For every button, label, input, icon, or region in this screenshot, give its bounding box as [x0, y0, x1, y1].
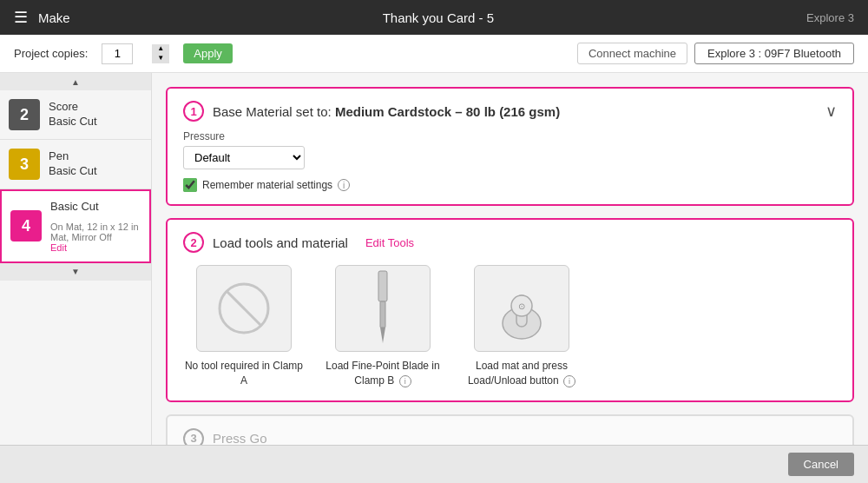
connect-machine-button[interactable]: Connect machine [577, 43, 687, 64]
cancel-button[interactable]: Cancel [788, 453, 854, 476]
sidebar: ▲ 2 ScoreBasic Cut 3 PenBasic Cut 4 [0, 73, 152, 445]
sub-bar-right: Connect machine Explore 3 : 09F7 Bluetoo… [577, 43, 854, 64]
pressure-label: Pressure [183, 130, 837, 142]
sidebar-item-3-label: PenBasic Cut [49, 149, 97, 179]
sidebar-scroll-up[interactable]: ▲ [0, 73, 151, 90]
svg-rect-2 [378, 271, 387, 301]
sidebar-item-4[interactable]: 4 Basic Cut On Mat, 12 in x 12 in Mat, M… [0, 189, 151, 263]
section-2-header: 2 Load tools and material Edit Tools [183, 232, 837, 253]
copies-spinner: ▲ ▼ [152, 44, 169, 63]
right-panel: 1 Base Material set to: Medium Cardstock… [152, 73, 868, 445]
sidebar-item-3[interactable]: 3 PenBasic Cut [0, 140, 151, 189]
sidebar-item-4-mat-info: On Mat, 12 in x 12 in Mat, Mirror Off [50, 222, 139, 242]
section-1-collapse-btn[interactable]: ∨ [825, 102, 837, 121]
remember-row: Remember material settings i [183, 178, 837, 192]
tool-mat-label: Load mat and press Load/Unload button i [461, 359, 582, 388]
tool-b-info-icon[interactable]: i [399, 375, 411, 387]
finger-icon: ⊙ [475, 265, 569, 352]
top-bar: ☰ Make Thank you Card - 5 Explore 3 [0, 0, 868, 35]
sub-bar: Project copies: ▲ ▼ Apply Connect machin… [0, 35, 868, 73]
copies-down-btn[interactable]: ▼ [152, 54, 169, 63]
section-1-card: 1 Base Material set to: Medium Cardstock… [166, 87, 854, 206]
blade-svg [365, 269, 400, 347]
tool-item-a: No tool required in Clamp A [183, 265, 305, 388]
tool-icon-box-a [196, 265, 292, 352]
svg-text:⊙: ⊙ [518, 301, 525, 311]
tool-mat-info-icon[interactable]: i [563, 375, 575, 387]
no-tool-icon [214, 278, 274, 339]
sidebar-item-3-number: 3 [9, 149, 40, 180]
apply-button[interactable]: Apply [183, 43, 233, 63]
copies-input[interactable] [102, 43, 133, 64]
svg-marker-4 [380, 328, 385, 343]
remember-checkbox[interactable] [183, 178, 197, 192]
top-bar-right: Explore 3 [806, 11, 854, 24]
section-2-number: 2 [183, 232, 204, 253]
sidebar-item-2[interactable]: 2 ScoreBasic Cut [0, 90, 151, 140]
sidebar-item-4-label: Basic Cut [50, 200, 141, 215]
top-bar-left: ☰ Make [14, 8, 70, 27]
section-1-header: 1 Base Material set to: Medium Cardstock… [183, 101, 837, 122]
edit-tools-link[interactable]: Edit Tools [365, 236, 414, 249]
section-1-number: 1 [183, 101, 204, 122]
section-3-number: 3 [183, 428, 204, 445]
blade-icon [336, 265, 430, 352]
machine-name-button[interactable]: Explore 3 : 09F7 Bluetooth [694, 43, 854, 64]
pressure-section: Pressure Default More Less [183, 130, 837, 169]
sidebar-item-2-info: ScoreBasic Cut [49, 100, 97, 129]
sidebar-item-2-label: ScoreBasic Cut [49, 100, 97, 129]
section-1-material-name: Medium Cardstock – 80 lb (216 gsm) [335, 104, 560, 119]
pressure-select[interactable]: Default More Less [183, 146, 305, 169]
sidebar-item-4-edit-link[interactable]: Edit [50, 242, 67, 253]
press-go-title: Press Go [213, 431, 267, 445]
sidebar-item-2-number: 2 [9, 99, 40, 130]
explore-label: Explore 3 [806, 11, 854, 24]
make-label: Make [38, 10, 70, 25]
sidebar-item-4-number: 4 [10, 210, 42, 242]
sidebar-scroll-down[interactable]: ▼ [0, 263, 151, 281]
svg-rect-3 [380, 301, 385, 328]
finger-svg: ⊙ [487, 269, 556, 347]
svg-line-1 [227, 291, 261, 326]
section-1-title: Base Material set to: Medium Cardstock –… [213, 104, 560, 119]
bottom-bar: Cancel [0, 445, 868, 483]
section-1-title-prefix: Base Material set to: [213, 104, 332, 119]
section-2-card: 2 Load tools and material Edit Tools No … [166, 218, 854, 402]
page-title: Thank you Card - 5 [70, 10, 806, 25]
section-2-title: Load tools and material [213, 235, 348, 250]
tools-grid: No tool required in Clamp A [183, 265, 837, 388]
remember-label: Remember material settings [202, 179, 332, 191]
sidebar-item-3-info: PenBasic Cut [49, 149, 97, 179]
remember-info-icon[interactable]: i [338, 179, 350, 191]
project-copies-label: Project copies: [14, 47, 88, 60]
copies-up-btn[interactable]: ▲ [152, 44, 169, 54]
tool-a-label: No tool required in Clamp A [183, 359, 305, 388]
tool-b-label: Load Fine-Point Blade in Clamp B i [322, 359, 444, 388]
section-3-card: 3 Press Go Speed automatically set for t… [166, 414, 854, 445]
tool-icon-box-mat: ⊙ [474, 265, 569, 352]
hamburger-icon[interactable]: ☰ [14, 8, 28, 27]
tool-item-b: Load Fine-Point Blade in Clamp B i [322, 265, 444, 388]
tool-icon-box-b [335, 265, 431, 352]
sidebar-item-4-info: Basic Cut On Mat, 12 in x 12 in Mat, Mir… [50, 200, 141, 253]
sidebar-item-4-sublabel: On Mat, 12 in x 12 in Mat, Mirror Off Ed… [50, 222, 141, 253]
tool-item-mat: ⊙ Load mat and press Load/Unload button … [461, 265, 582, 388]
section-3-header: 3 Press Go [183, 428, 837, 445]
main-content: ▲ 2 ScoreBasic Cut 3 PenBasic Cut 4 [0, 73, 868, 445]
